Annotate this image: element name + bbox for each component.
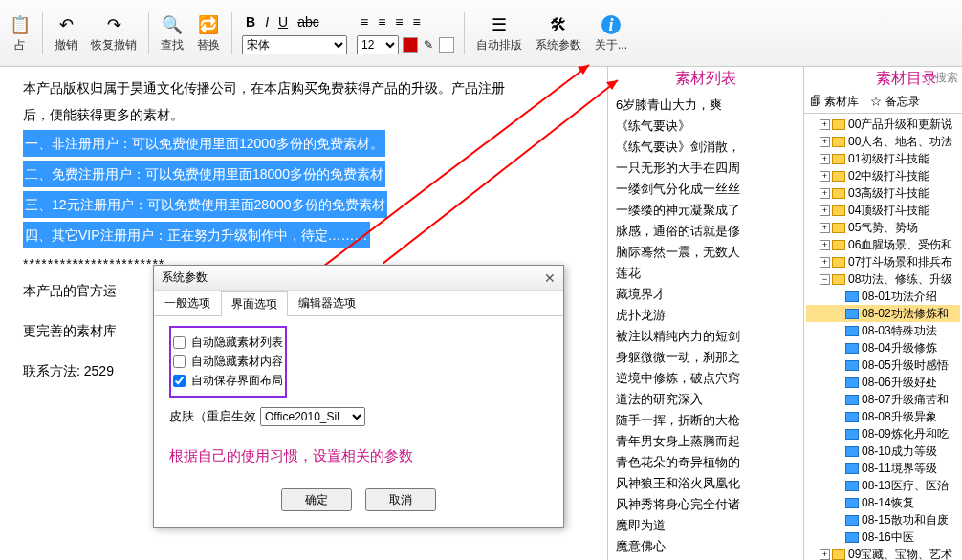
- tree-row[interactable]: +03高级打斗技能: [806, 184, 960, 202]
- strike-button[interactable]: abc: [294, 12, 323, 32]
- tree-row[interactable]: +00人名、地名、功法: [806, 133, 960, 150]
- tree-row[interactable]: 08-04升级修炼: [806, 339, 960, 356]
- folder-icon: [845, 446, 859, 457]
- tree-row[interactable]: −08功法、修练、升级: [806, 270, 960, 288]
- expand-icon[interactable]: +: [820, 137, 830, 147]
- find-button[interactable]: 🔍查找: [155, 5, 189, 62]
- auto-layout-button[interactable]: ☰自动排版: [470, 5, 528, 62]
- list-item[interactable]: 被注以精纯内力的短剑: [616, 326, 796, 347]
- list-item[interactable]: 魔即为道: [616, 515, 796, 536]
- tree-row[interactable]: +04顶级打斗技能: [806, 202, 960, 219]
- skin-select[interactable]: Office2010_Sil: [260, 407, 365, 426]
- expand-icon[interactable]: +: [820, 205, 830, 216]
- list-item[interactable]: 身躯微微一动，刹那之: [616, 347, 796, 368]
- search-label[interactable]: 搜索: [935, 67, 962, 89]
- tree-row[interactable]: 08-03特殊功法: [806, 322, 960, 339]
- tree-row[interactable]: +01初级打斗技能: [806, 150, 960, 167]
- collapse-icon[interactable]: −: [820, 274, 830, 285]
- chk-hide-list[interactable]: [173, 336, 186, 349]
- expand-icon[interactable]: +: [820, 257, 830, 268]
- list-item[interactable]: 一缕缕的神元凝聚成了: [616, 200, 796, 221]
- expand-icon[interactable]: +: [820, 240, 830, 250]
- list-item[interactable]: 虎扑龙游: [616, 305, 796, 326]
- size-select[interactable]: 12: [357, 35, 399, 54]
- list-item[interactable]: 莲花: [616, 263, 796, 284]
- bg-color-button[interactable]: [439, 37, 454, 53]
- tree-label: 08-08升级异象: [862, 408, 937, 425]
- list-item[interactable]: 6岁膝青山大力，爽: [616, 95, 796, 116]
- tree-row[interactable]: +09宝藏、宝物、艺术: [806, 546, 960, 560]
- underline-button[interactable]: U: [274, 12, 292, 32]
- tree-row[interactable]: 08-06升级好处: [806, 374, 960, 391]
- tree-row[interactable]: +02中级打斗技能: [806, 167, 960, 184]
- cancel-button[interactable]: 取消: [365, 488, 436, 511]
- tree-label: 01初级打斗技能: [848, 150, 929, 167]
- tree-row[interactable]: 08-10成力等级: [806, 442, 960, 460]
- tab-general[interactable]: 一般选项: [154, 291, 221, 315]
- tree-row[interactable]: 08-15散功和自废: [806, 511, 960, 528]
- list-item[interactable]: 风神秀将身心完全付诸: [616, 494, 796, 515]
- tab-memo[interactable]: ☆ 备忘录: [864, 91, 925, 113]
- chk-save-layout[interactable]: [173, 375, 186, 387]
- list-item[interactable]: 脉感，通俗的话就是修: [616, 221, 796, 242]
- tree-label: 04顶级打斗技能: [848, 202, 929, 219]
- expand-icon[interactable]: +: [820, 223, 830, 233]
- tree-row[interactable]: +07打斗场景和排兵布: [806, 253, 960, 270]
- list-item[interactable]: 一缕剑气分化成一丝丝: [616, 179, 796, 200]
- expand-icon[interactable]: +: [820, 154, 830, 164]
- highlight-button[interactable]: ✎: [422, 38, 435, 52]
- tree-row[interactable]: 08-07升级痛苦和: [806, 391, 960, 408]
- list-item[interactable]: 风神狼王和浴火凤凰化: [616, 473, 796, 494]
- expand-icon[interactable]: +: [820, 171, 830, 182]
- tree-row[interactable]: 08-13医疗、医治: [806, 477, 960, 494]
- tree-row[interactable]: 08-01功法介绍: [806, 288, 960, 305]
- replace-button[interactable]: 🔁替换: [191, 5, 226, 62]
- tree-row[interactable]: 08-08升级异象: [806, 408, 960, 425]
- ok-button[interactable]: 确定: [281, 488, 352, 511]
- tab-lib[interactable]: 🗐 素材库: [804, 91, 864, 113]
- expand-icon[interactable]: +: [820, 549, 830, 560]
- paste-button[interactable]: 📋占: [4, 5, 36, 62]
- list-item[interactable]: 脑际蓦然一震，无数人: [616, 242, 796, 263]
- font-select[interactable]: 宋体: [242, 35, 347, 54]
- tree-row[interactable]: 08-02功法修炼和: [806, 305, 960, 322]
- tree-row[interactable]: 08-16中医: [806, 528, 960, 546]
- chk-hide-content[interactable]: [173, 355, 186, 368]
- align-center-button[interactable]: ≡: [374, 12, 389, 32]
- expand-icon[interactable]: +: [820, 119, 830, 130]
- undo-button[interactable]: ↶撤销: [49, 5, 83, 62]
- list-item[interactable]: 《练气要诀》剑消散，: [616, 137, 796, 158]
- tree-row[interactable]: +05气势、势场: [806, 219, 960, 236]
- tree-row[interactable]: 08-09炼化丹和吃: [806, 425, 960, 442]
- list-item[interactable]: 《练气要诀》: [616, 116, 796, 137]
- sys-params-button[interactable]: 🛠系统参数: [530, 5, 587, 62]
- list-item[interactable]: 一只无形的大手在四周: [616, 158, 796, 179]
- hsct-list[interactable]: 6岁膝青山大力，爽《练气要诀》《练气要诀》剑消散，一只无形的大手在四周一缕剑气分…: [608, 91, 803, 560]
- tree-row[interactable]: 08-05升级时感悟: [806, 356, 960, 374]
- bold-button[interactable]: B: [242, 12, 259, 32]
- tree-row[interactable]: 08-14恢复: [806, 494, 960, 511]
- expand-icon[interactable]: +: [820, 188, 830, 199]
- list-item[interactable]: 随手一挥，折断的大枪: [616, 410, 796, 431]
- list-item[interactable]: 逆境中修炼，破点穴窍: [616, 368, 796, 389]
- close-icon[interactable]: ✕: [544, 270, 556, 286]
- tree-row[interactable]: 08-11境界等级: [806, 460, 960, 477]
- list-item[interactable]: 青色花朵的奇异植物的: [616, 452, 796, 473]
- folder-tree[interactable]: +00产品升级和更新说+00人名、地名、功法+01初级打斗技能+02中级打斗技能…: [804, 114, 962, 560]
- list-item[interactable]: 藏境界才: [616, 284, 796, 305]
- font-color-button[interactable]: [403, 37, 418, 53]
- dialog-titlebar[interactable]: 系统参数 ✕: [154, 266, 563, 291]
- italic-button[interactable]: I: [261, 12, 273, 32]
- align-justify-button[interactable]: ≡: [409, 12, 425, 32]
- tree-row[interactable]: +00产品升级和更新说: [806, 116, 960, 133]
- about-button[interactable]: i关于...: [589, 5, 633, 62]
- align-left-button[interactable]: ≡: [357, 12, 372, 32]
- align-right-button[interactable]: ≡: [391, 12, 406, 32]
- list-item[interactable]: 魔意佛心: [616, 536, 796, 557]
- redo-button[interactable]: ↷恢复撤销: [85, 5, 142, 62]
- tree-row[interactable]: +06血腥场景、受伤和: [806, 236, 960, 253]
- tab-editor[interactable]: 编辑器选项: [288, 291, 366, 315]
- list-item[interactable]: 青年男女身上蒸腾而起: [616, 431, 796, 452]
- list-item[interactable]: 道法的研究深入: [616, 389, 796, 410]
- tab-ui[interactable]: 界面选项: [221, 291, 288, 316]
